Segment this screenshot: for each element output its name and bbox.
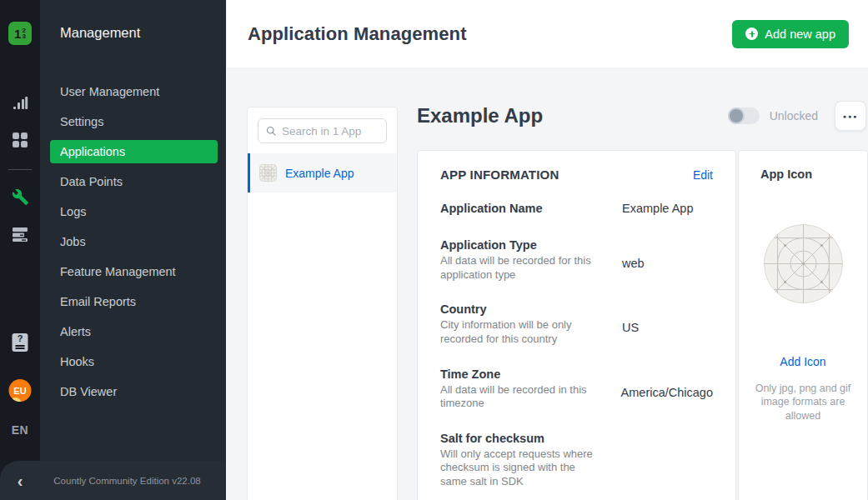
field-label: Time Zone [440, 368, 598, 381]
help-faq-icon[interactable]: ? [13, 333, 28, 352]
lock-toggle-label: Unlocked [770, 109, 818, 122]
server-stack-icon[interactable] [10, 224, 30, 244]
sidebar-item-db-viewer[interactable]: DB Viewer [50, 380, 218, 403]
app-list-panel: Example App [247, 107, 398, 500]
field-value: US [622, 302, 713, 346]
sidebar-item-hooks[interactable]: Hooks [50, 350, 218, 373]
field-description: Will only accept requests where checksum… [440, 448, 593, 489]
info-row-time-zone: Time Zone All data will be recorded in t… [440, 368, 713, 411]
edit-link[interactable]: Edit [693, 168, 713, 182]
info-row-salt-for-checksum: Salt for checksum Will only accept reque… [440, 432, 713, 489]
logo-digit: 1 [14, 27, 21, 41]
app-placeholder-icon [259, 164, 277, 182]
field-description: All data will be recorded for this appli… [440, 254, 593, 282]
page-header: Application Management Add new app [226, 0, 868, 68]
field-label: Salt for checksum [440, 432, 599, 445]
app-icon-heading: App Icon [760, 168, 857, 181]
add-new-app-label: Add new app [765, 28, 835, 41]
info-row-application-name: Application Name Example App [440, 202, 713, 218]
page-title: Application Management [248, 23, 467, 45]
sidebar-item-email-reports[interactable]: Email Reports [50, 290, 218, 313]
app-icon-placeholder [764, 224, 843, 303]
logo-digit: 3 [22, 33, 25, 39]
user-avatar[interactable]: EU [9, 379, 32, 402]
collapse-sidebar-icon[interactable]: ‹ [0, 472, 40, 489]
sidebar-item-data-points[interactable]: Data Points [50, 170, 218, 193]
more-options-button[interactable]: ●●● [835, 101, 866, 131]
menu-title: Management [60, 25, 140, 41]
apps-grid-icon[interactable] [10, 130, 30, 150]
sidebar: 1 2 3 ? [0, 0, 226, 500]
app-detail-title: Example App [417, 104, 728, 128]
info-row-country: Country City information will be only re… [440, 302, 713, 346]
app-search-box [258, 118, 387, 143]
field-value: America/Chicago [621, 368, 713, 411]
info-row-application-type: Application Type All data will be record… [440, 238, 713, 282]
ellipsis-icon: ●●● [843, 113, 859, 119]
app-information-card: APP INFORMATION Edit Application Name Ex… [417, 150, 736, 500]
sidebar-item-feature-management[interactable]: Feature Management [50, 260, 218, 283]
analytics-bar-chart-icon[interactable] [10, 93, 30, 113]
main-area: Application Management Add new app [226, 0, 868, 500]
sidebar-item-alerts[interactable]: Alerts [50, 320, 218, 343]
countly-logo-icon[interactable]: 1 2 3 [8, 22, 32, 45]
rail-divider [8, 169, 32, 170]
field-label: Country [440, 302, 599, 316]
field-label: Application Name [440, 202, 599, 215]
add-icon-link[interactable]: Add Icon [749, 355, 857, 368]
app-information-heading: APP INFORMATION [440, 168, 559, 182]
field-value [622, 432, 713, 489]
sidebar-item-user-management[interactable]: User Management [50, 80, 218, 103]
version-text: Countly Community Edition v22.08 [40, 476, 226, 486]
sidebar-item-settings[interactable]: Settings [50, 110, 218, 133]
help-glyph: ? [18, 334, 23, 343]
avatar-initials: EU [13, 386, 26, 396]
management-wrench-icon[interactable] [10, 187, 30, 207]
plus-circle-icon [745, 28, 758, 40]
app-icon-panel: App Icon [738, 150, 868, 500]
sidebar-item-applications[interactable]: Applications [50, 140, 218, 163]
management-menu: Management User Management Settings Appl… [40, 0, 226, 500]
sidebar-footer: ‹ Countly Community Edition v22.08 [0, 461, 226, 500]
app-detail-header: Example App Unlocked ●●● [417, 98, 868, 134]
toggle-knob-icon [728, 108, 745, 124]
add-new-app-button[interactable]: Add new app [732, 20, 849, 48]
search-input[interactable] [282, 125, 379, 138]
menu-list: User Management Settings Applications Da… [40, 80, 226, 410]
field-description: All data will be recorded in this timezo… [440, 383, 593, 411]
app-detail: Example App Unlocked ●●● APP INFORMATION… [417, 98, 868, 500]
application-management-page: 1 2 3 ? [0, 0, 868, 500]
field-value: web [622, 238, 713, 282]
app-list-item-example-app[interactable]: Example App [248, 153, 397, 192]
field-value: Example App [622, 202, 713, 218]
field-description: City information will be only recorded f… [440, 318, 593, 346]
field-label: Application Type [440, 238, 599, 252]
sidebar-item-jobs[interactable]: Jobs [50, 230, 218, 253]
icon-formats-note: Only jpg, png and gif image formats are … [749, 382, 857, 422]
icon-rail: 1 2 3 ? [0, 0, 40, 500]
content-area: Example App Example App Unlocked ●●● [226, 68, 868, 500]
language-selector[interactable]: EN [12, 423, 28, 437]
app-list-item-name: Example App [285, 167, 354, 180]
sidebar-item-logs[interactable]: Logs [50, 200, 218, 223]
lock-toggle[interactable] [728, 108, 760, 124]
search-icon [266, 125, 276, 137]
detail-cards: APP INFORMATION Edit Application Name Ex… [417, 150, 868, 500]
